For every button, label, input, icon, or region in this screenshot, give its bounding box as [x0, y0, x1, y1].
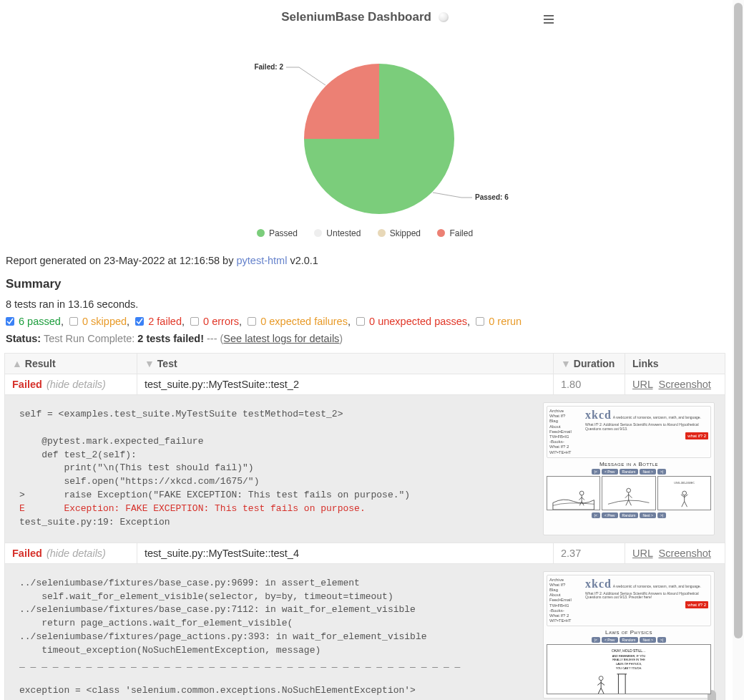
legend-passed[interactable]: Passed — [257, 228, 298, 238]
xkcd-logo: xkcd — [585, 578, 612, 590]
report-generated-line: Report generated on 23-May-2022 at 12:16… — [6, 251, 724, 270]
count-failed[interactable]: 2 failed — [148, 316, 182, 327]
screenshot-thumbnail[interactable]: ArchiveWhat If?BlagAboutFeed•EmailTW•FB•… — [543, 402, 715, 535]
result-status: Failed — [12, 379, 42, 390]
svg-line-2 — [433, 193, 461, 198]
result-status: Failed — [12, 548, 42, 559]
count-xfail[interactable]: 0 expected failures — [260, 316, 348, 327]
screenshot-link[interactable]: Screenshot — [659, 379, 711, 390]
status-dot-icon — [439, 12, 449, 22]
legend-skipped[interactable]: Skipped — [378, 228, 421, 238]
legend-untested[interactable]: Untested — [314, 228, 361, 238]
svg-line-6 — [579, 497, 582, 500]
xkcd-nav: ArchiveWhat If?BlagAboutFeed•EmailTW•FB•… — [549, 409, 582, 455]
svg-line-15 — [629, 500, 632, 505]
comic-panel: UNS-085-068EC — [657, 476, 711, 510]
pie-slice-failed[interactable] — [304, 64, 379, 139]
comic-nav-buttons: |<< PrevRandomNext >>| — [547, 512, 711, 518]
what-if-2-badge: what if? 2 — [685, 601, 708, 608]
screenshot-thumbnail[interactable]: ArchiveWhat If?BlagAboutFeed•EmailTW•FB•… — [543, 571, 715, 699]
pie-chart[interactable]: Failed: 2 Passed: 6 — [4, 31, 725, 220]
checkbox-xfail[interactable] — [248, 317, 256, 326]
col-test[interactable]: ▼Test — [137, 354, 554, 374]
svg-text:UNS-085-068EC: UNS-085-068EC — [674, 481, 695, 484]
comic-nav-buttons: |<< PrevRandomNext >>| — [547, 469, 711, 475]
svg-text:OKAY, HOLD STILL…: OKAY, HOLD STILL… — [612, 649, 646, 653]
svg-line-8 — [579, 501, 582, 505]
checkbox-rerun[interactable] — [476, 317, 484, 326]
hamburger-menu-icon[interactable] — [544, 13, 554, 26]
comic-nav-buttons: |<< PrevRandomNext >>| — [547, 637, 711, 643]
legend-failed[interactable]: Failed — [437, 228, 473, 238]
table-row: Failed (hide details) test_suite.py::MyT… — [5, 543, 725, 563]
comic-panel — [602, 476, 655, 510]
filter-counts: 6 passed, 0 skipped, 2 failed, 0 errors,… — [6, 316, 724, 327]
detail-row: self = <examples.test_suite.MyTestSuite … — [5, 395, 725, 543]
pie-label-passed: Passed: 6 — [475, 193, 509, 201]
svg-point-10 — [627, 488, 631, 492]
count-rerun[interactable]: 0 rerun — [489, 316, 522, 327]
svg-line-33 — [601, 689, 604, 694]
detail-row: ../seleniumbase/fixtures/base_case.py:96… — [5, 563, 725, 700]
col-duration[interactable]: ▼Duration — [554, 354, 625, 374]
comic-panel — [547, 476, 600, 510]
xkcd-logo: xkcd — [585, 409, 612, 421]
see-latest-logs-link[interactable]: See latest logs for details — [223, 333, 339, 344]
summary-heading: Summary — [6, 277, 724, 291]
svg-line-0 — [299, 67, 326, 85]
chart-legend: Passed Untested Skipped Failed — [4, 228, 725, 238]
toggle-details[interactable]: (hide details) — [46, 548, 106, 559]
screenshot-link[interactable]: Screenshot — [659, 548, 711, 559]
svg-line-22 — [684, 501, 687, 507]
svg-line-32 — [598, 689, 601, 694]
svg-point-17 — [682, 491, 686, 495]
results-table: ▲Result ▼Test ▼Duration Links Failed (hi… — [4, 353, 725, 700]
svg-point-4 — [579, 491, 584, 495]
table-row: Failed (hide details) test_suite.py::MyT… — [5, 374, 725, 395]
svg-line-13 — [629, 495, 632, 498]
svg-line-7 — [582, 497, 584, 500]
toggle-details[interactable]: (hide details) — [46, 379, 106, 390]
page-title: SeleniumBase Dashboard — [281, 10, 431, 24]
url-link[interactable]: URL — [632, 548, 652, 559]
sort-icon: ▲ — [12, 358, 22, 369]
test-duration: 1.80 — [554, 374, 625, 395]
comic-title: Message in a Bottle — [547, 461, 711, 467]
what-if-2-badge: what if? 2 — [685, 432, 708, 439]
count-errors[interactable]: 0 errors — [203, 316, 239, 327]
comic-title: Laws of Physics — [547, 629, 711, 636]
tests-ran-line: 8 tests ran in 13.16 seconds. — [6, 298, 724, 310]
status-line: Status: Test Run Complete: 2 tests faile… — [6, 333, 724, 344]
svg-line-31 — [601, 683, 604, 686]
page-scrollbar-track[interactable] — [733, 0, 744, 700]
checkbox-errors[interactable] — [190, 317, 199, 326]
traceback: self = <examples.test_suite.MyTestSuite … — [12, 399, 540, 538]
svg-line-21 — [681, 501, 684, 507]
page-scrollbar-thumb[interactable] — [734, 3, 743, 638]
checkbox-passed[interactable] — [6, 317, 14, 326]
svg-point-28 — [599, 676, 603, 681]
pytest-html-link[interactable]: pytest-html — [236, 255, 287, 266]
svg-text:YOU CAN'T TOUCH.: YOU CAN'T TOUCH. — [616, 666, 642, 670]
count-xpass[interactable]: 0 unexpected passes — [369, 316, 467, 327]
xkcd-nav: ArchiveWhat If?BlagAboutFeed•EmailTW•FB•… — [549, 578, 582, 624]
traceback: ../seleniumbase/fixtures/base_case.py:96… — [12, 568, 540, 700]
svg-line-14 — [626, 500, 629, 505]
sort-icon: ▼ — [145, 358, 155, 369]
checkbox-xpass[interactable] — [356, 317, 365, 326]
test-name: test_suite.py::MyTestSuite::test_2 — [137, 374, 554, 395]
pie-label-failed: Failed: 2 — [254, 63, 283, 71]
test-duration: 2.37 — [554, 543, 625, 563]
svg-text:LAWS OF PHYSICS,: LAWS OF PHYSICS, — [616, 663, 642, 666]
count-passed[interactable]: 6 passed — [19, 316, 61, 327]
svg-text:REALLY BELIEVE IN THE: REALLY BELIEVE IN THE — [612, 658, 645, 662]
svg-line-12 — [625, 495, 629, 498]
count-skipped[interactable]: 0 skipped — [82, 316, 127, 327]
checkbox-failed[interactable] — [135, 317, 144, 326]
checkbox-skipped[interactable] — [69, 317, 78, 326]
url-link[interactable]: URL — [632, 379, 652, 390]
sort-icon: ▼ — [561, 358, 571, 369]
svg-text:AND REMEMBER, IF YOU: AND REMEMBER, IF YOU — [612, 654, 646, 658]
col-result[interactable]: ▲Result — [5, 354, 137, 374]
svg-line-30 — [597, 683, 601, 686]
